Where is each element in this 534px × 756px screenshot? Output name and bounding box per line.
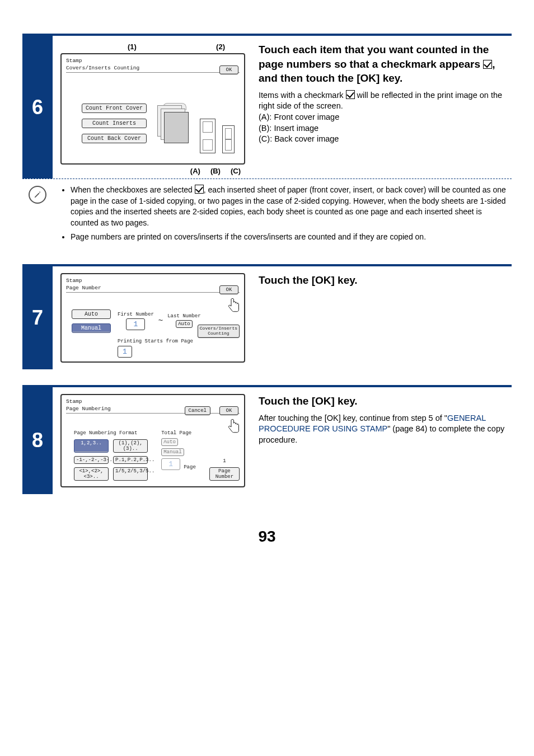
lcd-title: Page Number [66,285,240,291]
lcd-count-inserts-key[interactable]: Count Inserts [82,119,147,128]
lcd-last-number-label: Last Number [167,313,200,319]
lcd-format-3[interactable]: P.1,P.2,P.3.. [113,456,148,464]
lcd-printing-starts-label: Printing Starts from Page [118,339,193,344]
step6-line-c: (C): Back cover image [259,134,512,145]
step6-line-a: (A): Front cover image [259,112,512,123]
lcd-format-0[interactable]: 1,2,3.. [74,439,109,453]
lcd-covers-inserts-counting-key[interactable]: Covers/Inserts Counting [198,325,240,338]
lcd-ok-key[interactable]: OK [219,406,238,415]
step6-line-b: (B): Insert image [259,123,512,134]
step8-body: After touching the [OK] key, continue fr… [259,413,512,446]
step8-headline: Touch the [OK] key. [259,394,512,408]
lcd-page-number: Stamp Page Number OK Covers/Inserts Coun… [60,273,245,363]
lcd-total-value[interactable]: 1 [161,458,180,470]
step-number-6: 6 [22,36,53,179]
step6-note-2: Page numbers are printed on covers/inser… [71,232,512,243]
checkmark-icon [346,90,355,99]
lcd-manual-key[interactable]: Manual [72,323,111,333]
lcd-auto-key[interactable]: Auto [72,309,111,319]
page-number: 93 [22,528,512,546]
lcd-total-unit: Page [184,464,196,470]
lcd-format-4[interactable]: <1>,<2>,<3>.. [74,467,109,481]
preview-booklet-icon [157,105,193,156]
checkmark-icon [483,60,492,69]
lcd-printing-starts-value[interactable]: 1 [118,346,132,358]
marker-2: (2) [216,43,225,51]
lcd-last-number-value[interactable]: Auto [176,320,193,328]
step6-note-1: When the checkboxes are selected , each … [71,185,512,228]
lcd-ok-key[interactable]: OK [219,65,238,74]
step-number-8: 8 [22,387,53,494]
lcd-row-number-value: 1 [209,458,240,464]
lcd-first-number-label: First Number [118,312,154,317]
lcd-count-front-cover-key[interactable]: Count Front Cover [82,104,147,113]
lcd-total-manual-key[interactable]: Manual [161,448,184,456]
lcd-ok-key[interactable]: OK [219,285,238,294]
step7-headline: Touch the [OK] key. [259,273,512,288]
preview-inserts-icon [200,119,216,153]
marker-1: (1) [128,43,137,51]
lcd-format-5[interactable]: 1/5,2/5,3/5.. [113,467,148,481]
touch-cursor-icon [227,419,242,435]
marker-a: (A) [190,167,200,175]
preview-backcover-icon [222,125,235,153]
lcd-page-numbering: Stamp Page Numbering OK Cancel Page Numb… [60,394,245,487]
marker-b: (B) [210,167,221,175]
lcd-format-2[interactable]: -1-,-2-,-3-.. [74,456,109,464]
tilde-icon: ~ [157,316,164,325]
lcd-count-back-cover-key[interactable]: Count Back Cover [82,134,147,143]
lcd-page-number-key[interactable]: Page Number [209,467,240,481]
marker-c: (C) [231,167,241,175]
lcd-breadcrumb: Stamp [66,398,240,405]
lcd-total-auto-key[interactable]: Auto [161,438,178,446]
lcd-breadcrumb: Stamp [66,278,240,284]
pencil-icon [34,191,41,199]
lcd-cancel-key[interactable]: Cancel [185,406,210,415]
lcd-title: Covers/Inserts Counting [66,65,240,71]
note-icon [22,185,53,204]
lcd-title: Page Numbering [66,406,240,412]
lcd-breadcrumb: Stamp [66,58,240,64]
step6-headline: Touch each item that you want counted in… [259,43,512,86]
lcd-format-header: Page Numbering Format [74,430,148,436]
checkmark-icon [195,185,204,194]
touch-cursor-icon [227,298,242,314]
lcd-total-page-header: Total Page [161,430,191,436]
lcd-format-1[interactable]: (1),(2),(3).. [113,439,148,453]
step6-body: Items with a checkmark will be reflected… [259,90,512,112]
lcd-first-number-value[interactable]: 1 [126,318,145,330]
lcd-preview [152,88,240,158]
step-number-7: 7 [22,266,53,369]
lcd-covers-inserts-counting: Stamp Covers/Inserts Counting OK Count F… [60,53,245,165]
